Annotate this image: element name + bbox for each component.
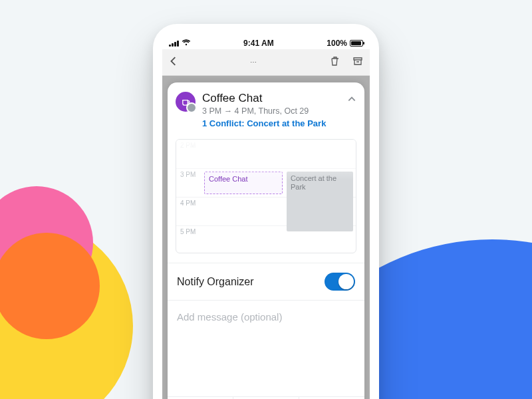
status-time: 9:41 AM xyxy=(243,39,274,48)
trash-icon[interactable] xyxy=(330,56,340,69)
wifi-icon xyxy=(182,39,191,47)
rsvp-actions: Accept ? Tentative Decline xyxy=(168,396,364,399)
calendar-event-conflict[interactable]: Concert at the Park xyxy=(287,172,353,231)
battery-icon xyxy=(350,40,363,47)
notify-organizer-toggle[interactable] xyxy=(325,273,355,291)
status-bar: 9:41 AM 100% xyxy=(162,33,370,49)
nav-bar: ⋯ xyxy=(162,49,370,76)
phone-screen: 9:41 AM 100% ⋯ xyxy=(162,33,370,399)
message-input[interactable]: Add message (optional) xyxy=(168,300,364,333)
event-title: Coffee Chat xyxy=(202,92,340,105)
conflict-link[interactable]: 1 Conflict: Concert at the Park xyxy=(202,118,340,128)
notify-organizer-row: Notify Organizer xyxy=(168,263,364,300)
event-category-icon xyxy=(176,92,196,112)
calendar-event-proposed[interactable]: Coffee Chat xyxy=(204,172,283,194)
cell-signal-icon xyxy=(169,40,179,47)
back-icon[interactable] xyxy=(169,57,178,68)
rsvp-sheet: Coffee Chat 3 PM → 4 PM, Thurs, Oct 29 1… xyxy=(168,82,364,399)
overflow-icon[interactable]: ⋯ xyxy=(250,59,258,66)
notify-organizer-label: Notify Organizer xyxy=(177,276,254,288)
battery-pct: 100% xyxy=(327,39,347,48)
mini-calendar[interactable]: 2 PM 3 PM 4 PM 5 PM Coffee Chat Concert … xyxy=(176,139,356,253)
event-time: 3 PM → 4 PM, Thurs, Oct 29 xyxy=(202,106,340,116)
hour-label: 2 PM xyxy=(176,140,356,149)
collapse-icon[interactable] xyxy=(347,92,356,128)
phone-frame: 9:41 AM 100% ⋯ xyxy=(153,24,379,399)
archive-icon[interactable] xyxy=(352,56,363,69)
